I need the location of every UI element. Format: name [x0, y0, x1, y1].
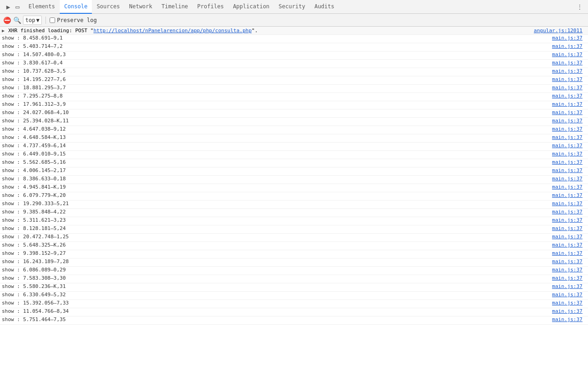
- log-source-ref[interactable]: main.js:37: [552, 300, 586, 306]
- log-source-ref[interactable]: main.js:37: [552, 192, 586, 198]
- log-row-content: show : 8.128.181–5,24: [2, 225, 552, 231]
- xhr-expand-arrow[interactable]: ▶: [2, 28, 8, 33]
- log-source-ref[interactable]: main.js:37: [552, 151, 586, 157]
- inspect-icon[interactable]: ▶: [5, 3, 12, 11]
- devtools-tab-bar: ▶ ▭ ElementsConsoleSourcesNetworkTimelin…: [0, 0, 588, 14]
- log-source-ref[interactable]: main.js:37: [552, 134, 586, 140]
- filter-icon[interactable]: 🔍: [13, 16, 21, 24]
- log-row: show : 4.647.038–9,12main.js:37: [0, 126, 588, 134]
- log-source-ref[interactable]: main.js:37: [552, 209, 586, 215]
- log-source-ref[interactable]: main.js:37: [552, 35, 586, 41]
- log-row-content: show : 24.027.068–4,10: [2, 109, 552, 115]
- log-source-ref[interactable]: main.js:37: [552, 316, 586, 322]
- xhr-source-ref[interactable]: angular.js:12011: [534, 28, 586, 34]
- log-row: show : 6.449.010–9,15main.js:37: [0, 151, 588, 159]
- log-row-content: show : 19.290.333–5,21: [2, 201, 552, 207]
- log-row-content: show : 10.737.628–3,5: [2, 68, 552, 74]
- log-row: show : 11.054.766–8,34main.js:37: [0, 308, 588, 316]
- log-row: show : 9.385.848–4,22main.js:37: [0, 209, 588, 217]
- execution-context-selector[interactable]: top ▼: [23, 16, 42, 25]
- log-row: show : 16.243.189–7,28main.js:37: [0, 259, 588, 267]
- clear-console-icon[interactable]: ⛔: [3, 16, 11, 24]
- tab-network[interactable]: Network: [124, 0, 157, 14]
- more-tabs-icon[interactable]: ⋮: [573, 4, 586, 10]
- log-source-ref[interactable]: main.js:37: [552, 167, 586, 173]
- log-row: show : 6.079.779–K,20main.js:37: [0, 192, 588, 201]
- log-row: show : 24.027.068–4,10main.js:37: [0, 109, 588, 118]
- tab-audits[interactable]: Audits: [310, 0, 339, 14]
- log-row-content: show : 4.647.038–9,12: [2, 126, 552, 132]
- log-source-ref[interactable]: main.js:37: [552, 60, 586, 66]
- log-source-ref[interactable]: main.js:37: [552, 109, 586, 115]
- log-source-ref[interactable]: main.js:37: [552, 259, 586, 264]
- log-row-content: show : 6.449.010–9,15: [2, 151, 552, 157]
- xhr-finished-row: ▶ XHR finished loading: POST "http://loc…: [0, 27, 588, 35]
- tab-application[interactable]: Application: [228, 0, 274, 14]
- log-source-ref[interactable]: main.js:37: [552, 143, 586, 149]
- log-source-ref[interactable]: main.js:37: [552, 292, 586, 298]
- log-source-ref[interactable]: main.js:37: [552, 225, 586, 231]
- log-row: show : 9.398.152–9,27main.js:37: [0, 250, 588, 259]
- log-row-content: show : 15.392.056–7,33: [2, 300, 552, 306]
- toolbar-separator: [45, 17, 46, 24]
- log-source-ref[interactable]: main.js:37: [552, 242, 586, 248]
- log-source-ref[interactable]: main.js:37: [552, 234, 586, 240]
- log-row: show : 17.961.312–3,9main.js:37: [0, 101, 588, 109]
- tab-timeline[interactable]: Timeline: [157, 0, 193, 14]
- log-source-ref[interactable]: main.js:37: [552, 283, 586, 289]
- log-row-content: show : 7.295.275–8,8: [2, 93, 552, 99]
- log-row-content: show : 6.330.649–5,32: [2, 292, 552, 298]
- log-source-ref[interactable]: main.js:37: [552, 250, 586, 256]
- log-row: show : 7.295.275–8,8main.js:37: [0, 93, 588, 101]
- tab-sources[interactable]: Sources: [92, 0, 124, 14]
- log-rows-container: show : 8.458.691–9,1main.js:37show : 5.4…: [0, 35, 588, 325]
- console-toolbar: ⛔ 🔍 top ▼ Preserve log: [0, 14, 588, 27]
- log-source-ref[interactable]: main.js:37: [552, 85, 586, 91]
- log-row: show : 5.403.714–7,2main.js:37: [0, 43, 588, 52]
- log-source-ref[interactable]: main.js:37: [552, 52, 586, 58]
- log-row-content: show : 5.311.621–3,23: [2, 217, 552, 223]
- log-row: show : 20.472.748–1,25main.js:37: [0, 234, 588, 242]
- log-row: show : 8.128.181–5,24main.js:37: [0, 225, 588, 234]
- log-row-content: show : 14.195.227–7,6: [2, 76, 552, 82]
- log-row-content: show : 4.737.459–6,14: [2, 143, 552, 149]
- log-source-ref[interactable]: main.js:37: [552, 308, 586, 314]
- preserve-log-checkbox[interactable]: [50, 17, 55, 23]
- tab-security[interactable]: Security: [274, 0, 310, 14]
- device-icon[interactable]: ▭: [14, 3, 21, 11]
- log-row-content: show : 4.006.145–2,17: [2, 167, 552, 173]
- log-row-content: show : 8.458.691–9,1: [2, 35, 552, 41]
- log-source-ref[interactable]: main.js:37: [552, 126, 586, 132]
- log-row-content: show : 11.054.766–8,34: [2, 308, 552, 314]
- context-value: top: [25, 17, 35, 23]
- log-row-content: show : 25.394.028–K,11: [2, 118, 552, 124]
- log-source-ref[interactable]: main.js:37: [552, 101, 586, 107]
- log-source-ref[interactable]: main.js:37: [552, 159, 586, 165]
- log-source-ref[interactable]: main.js:37: [552, 201, 586, 207]
- log-source-ref[interactable]: main.js:37: [552, 176, 586, 182]
- log-source-ref[interactable]: main.js:37: [552, 76, 586, 82]
- tab-console[interactable]: Console: [60, 0, 92, 14]
- tab-profiles[interactable]: Profiles: [192, 0, 228, 14]
- log-source-ref[interactable]: main.js:37: [552, 68, 586, 74]
- log-source-ref[interactable]: main.js:37: [552, 267, 586, 273]
- log-row: show : 5.580.236–K,31main.js:37: [0, 283, 588, 292]
- log-source-ref[interactable]: main.js:37: [552, 43, 586, 49]
- log-row-content: show : 9.385.848–4,22: [2, 209, 552, 215]
- log-row-content: show : 18.881.295–3,7: [2, 85, 552, 91]
- log-source-ref[interactable]: main.js:37: [552, 275, 586, 281]
- log-source-ref[interactable]: main.js:37: [552, 217, 586, 223]
- tab-elements[interactable]: Elements: [24, 0, 60, 14]
- xhr-url-link[interactable]: http://localhost/nPanelarencion/app/php/…: [93, 28, 251, 34]
- log-source-ref[interactable]: main.js:37: [552, 93, 586, 99]
- log-row: show : 10.737.628–3,5main.js:37: [0, 68, 588, 76]
- log-source-ref[interactable]: main.js:37: [552, 184, 586, 190]
- log-source-ref[interactable]: main.js:37: [552, 118, 586, 124]
- log-row-content: show : 14.507.480–0,3: [2, 52, 552, 58]
- log-row: show : 8.386.633–0,18main.js:37: [0, 176, 588, 184]
- preserve-log-label[interactable]: Preserve log: [50, 17, 97, 23]
- preserve-log-text: Preserve log: [57, 17, 97, 23]
- log-row: show : 14.195.227–7,6main.js:37: [0, 76, 588, 85]
- context-dropdown-arrow: ▼: [36, 17, 40, 23]
- log-row-content: show : 4.648.584–K,13: [2, 134, 552, 140]
